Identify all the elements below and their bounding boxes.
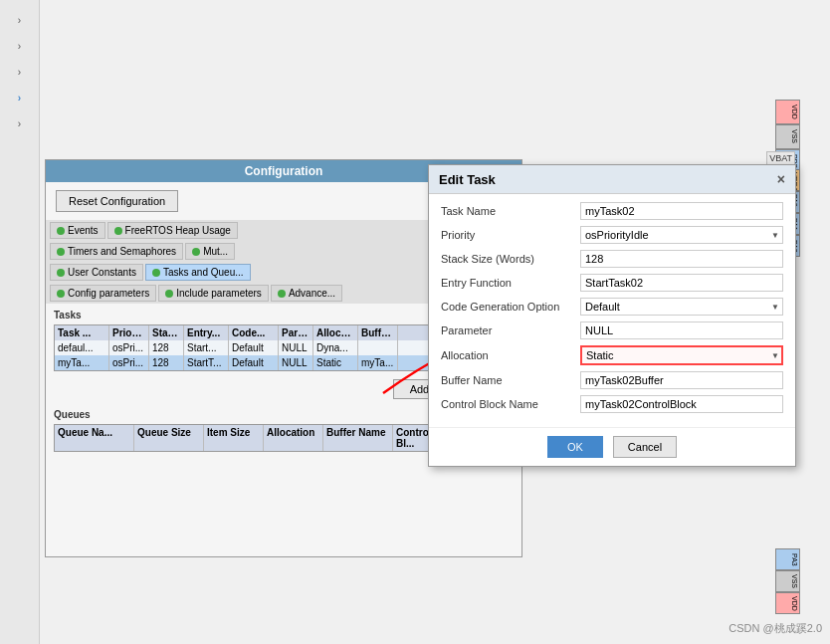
col-header-stack: Stack... xyxy=(149,325,184,340)
cell-task-prio-1: osPri... xyxy=(109,340,149,355)
qcol-header-alloc: Allocation xyxy=(264,425,323,451)
label-buffer-name: Buffer Name xyxy=(441,374,580,386)
dot-config-params xyxy=(57,290,65,298)
input-parameter[interactable] xyxy=(580,322,783,339)
tab-events[interactable]: Events xyxy=(50,222,105,239)
cell-task-stack-2: 128 xyxy=(149,355,184,370)
dialog-cancel-button[interactable]: Cancel xyxy=(613,436,677,458)
tab-user-constants-label: User Constants xyxy=(68,267,136,278)
dialog-row-code-gen: Code Generation Option Default xyxy=(441,298,783,316)
col-header-priority: Priority xyxy=(109,325,149,340)
select-wrapper-code-gen: Default xyxy=(580,298,783,316)
dot-advanced xyxy=(278,290,286,298)
dialog-footer: OK Cancel xyxy=(429,427,795,466)
dialog-row-stack-size: Stack Size (Words) xyxy=(441,250,783,268)
dot-events xyxy=(57,227,65,235)
cell-task-entry-2: StartT... xyxy=(184,355,229,370)
cell-task-name-1: defaul... xyxy=(55,340,109,355)
edit-task-dialog: Edit Task × Task Name Priority osPriorit… xyxy=(428,164,796,467)
reset-config-button[interactable]: Reset Configuration xyxy=(56,190,178,212)
dialog-title: Edit Task xyxy=(439,172,496,187)
pin-vdd-top[interactable]: VDD xyxy=(775,100,800,124)
pin-vdd-bottom[interactable]: VDD xyxy=(775,592,800,614)
col-header-entry: Entry... xyxy=(184,325,229,340)
dialog-titlebar: Edit Task × xyxy=(429,165,795,194)
pin-vss-top[interactable]: VSS xyxy=(775,124,800,149)
tab-include-params-label: Include parameters xyxy=(176,288,262,299)
input-control-block[interactable] xyxy=(580,395,783,413)
tab-tasks-queues[interactable]: Tasks and Queu... xyxy=(145,264,251,281)
dot-freertos-heap xyxy=(114,227,122,235)
value-entry-function xyxy=(580,274,783,292)
cell-task-para-1: NULL xyxy=(279,340,313,355)
watermark: CSDN @桃成蹊2.0 xyxy=(728,621,822,636)
label-stack-size: Stack Size (Words) xyxy=(441,253,580,265)
dot-tasks-queues xyxy=(152,269,160,277)
pin-pa3[interactable]: PA3 xyxy=(775,548,800,570)
input-stack-size[interactable] xyxy=(580,250,783,268)
col-header-code: Code... xyxy=(229,325,279,340)
vbat-label: VBAT xyxy=(766,151,795,165)
select-priority[interactable]: osPriorityIdle xyxy=(580,226,783,244)
tab-mut-label: Mut... xyxy=(203,246,228,257)
label-allocation: Allocation xyxy=(441,349,580,361)
tab-timers-semaphores[interactable]: Timers and Semaphores xyxy=(50,243,183,260)
dialog-row-control-block: Control Block Name xyxy=(441,395,783,413)
left-sidebar: › › › › › xyxy=(0,0,40,644)
qcol-header-item: Item Size xyxy=(204,425,264,451)
cell-task-code-1: Default xyxy=(229,340,279,355)
label-task-name: Task Name xyxy=(441,205,580,217)
select-code-gen[interactable]: Default xyxy=(580,298,783,316)
sidebar-arrow-1[interactable]: › xyxy=(10,10,30,30)
dot-timers xyxy=(57,248,65,256)
tab-user-constants[interactable]: User Constants xyxy=(50,264,143,281)
qcol-header-name: Queue Na... xyxy=(55,425,134,451)
qcol-header-buf: Buffer Name xyxy=(323,425,393,451)
input-task-name[interactable] xyxy=(580,202,783,220)
label-priority: Priority xyxy=(441,229,580,241)
tab-config-params[interactable]: Config parameters xyxy=(50,285,156,302)
cell-task-para-2: NULL xyxy=(279,355,313,370)
dialog-row-priority: Priority osPriorityIdle xyxy=(441,226,783,244)
qcol-header-size: Queue Size xyxy=(134,425,204,451)
col-header-para: Para... xyxy=(279,325,313,340)
tab-advanced-label: Advance... xyxy=(289,288,335,299)
tab-advanced[interactable]: Advance... xyxy=(271,285,342,302)
sidebar-arrow-4[interactable]: › xyxy=(10,88,30,107)
tab-timers-label: Timers and Semaphores xyxy=(68,246,176,257)
cell-task-alloca-2: Static xyxy=(313,355,358,370)
tab-mut[interactable]: Mut... xyxy=(185,243,235,260)
sidebar-arrow-2[interactable]: › xyxy=(10,36,30,56)
cell-task-code-2: Default xyxy=(229,355,279,370)
dialog-row-parameter: Parameter xyxy=(441,322,783,339)
label-control-block: Control Block Name xyxy=(441,398,580,410)
pin-vss-bottom[interactable]: VSS xyxy=(775,570,800,592)
value-stack-size xyxy=(580,250,783,268)
input-entry-function[interactable] xyxy=(580,274,783,292)
value-control-block xyxy=(580,395,783,413)
dot-include-params xyxy=(165,290,173,298)
cell-task-alloca-1: Dyna... xyxy=(313,340,358,355)
cell-task-entry-1: Start... xyxy=(184,340,229,355)
select-allocation[interactable]: Static Dynamic xyxy=(580,345,783,365)
sidebar-arrow-5[interactable]: › xyxy=(10,113,30,133)
value-task-name xyxy=(580,202,783,220)
cell-task-buf-2: myTa... xyxy=(358,355,398,370)
tab-freertos-heap[interactable]: FreeRTOS Heap Usage xyxy=(107,222,238,239)
input-buffer-name[interactable] xyxy=(580,371,783,389)
dialog-row-task-name: Task Name xyxy=(441,202,783,220)
tab-freertos-heap-label: FreeRTOS Heap Usage xyxy=(125,225,231,236)
sidebar-arrow-3[interactable]: › xyxy=(10,62,30,82)
dot-mut xyxy=(192,248,200,256)
dialog-row-entry-function: Entry Function xyxy=(441,274,783,292)
select-wrapper-allocation: Static Dynamic xyxy=(580,345,783,365)
dialog-close-button[interactable]: × xyxy=(777,171,785,187)
dialog-ok-button[interactable]: OK xyxy=(547,436,603,458)
select-wrapper-priority: osPriorityIdle xyxy=(580,226,783,244)
tab-config-params-label: Config parameters xyxy=(68,288,149,299)
tab-events-label: Events xyxy=(68,225,99,236)
cell-task-name-2: myTa... xyxy=(55,355,109,370)
tab-include-params[interactable]: Include parameters xyxy=(158,285,269,302)
dialog-body: Task Name Priority osPriorityIdle Stack … xyxy=(429,194,795,427)
cell-task-prio-2: osPri... xyxy=(109,355,149,370)
